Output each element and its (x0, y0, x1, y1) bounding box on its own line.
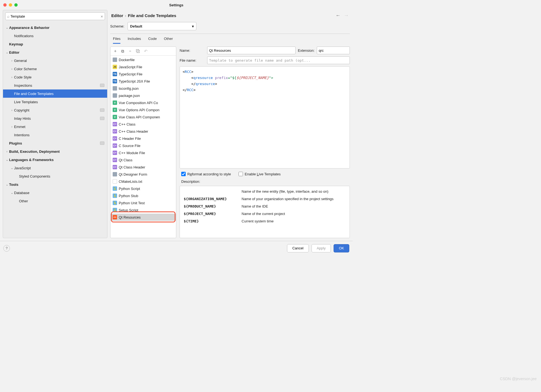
file-icon (113, 93, 117, 98)
sidebar-item[interactable]: ›Copyright (3, 106, 107, 114)
sidebar-item[interactable]: ›Code Style (3, 73, 107, 81)
template-item[interactable]: 🐍Setup Script (110, 206, 176, 214)
file-icon: C+ (113, 122, 117, 126)
template-item-label: C Header File (119, 137, 141, 141)
template-item[interactable]: VVue Class API Componen (110, 113, 176, 121)
reformat-checkbox[interactable]: Reformat according to style (181, 172, 231, 176)
template-item[interactable]: C+C++ Class (110, 121, 176, 128)
sidebar-item[interactable]: ⌄Tools (3, 180, 107, 189)
chevron-icon: ⌄ (5, 51, 9, 54)
breadcrumb: Editor›File and Code Templates (111, 13, 176, 18)
template-list-panel: ＋ ⧉ － ⿻ ↶ DockerfileJSJavaScript FileTST… (110, 47, 176, 238)
template-item-label: Dockerfile (119, 58, 135, 62)
template-item[interactable]: 🐍Python Stub (110, 192, 176, 199)
template-item[interactable]: 🐍Python Script (110, 185, 176, 192)
sidebar-item[interactable]: Live Templates (3, 98, 107, 106)
settings-tree[interactable]: ⌄Appearance & BehaviorNotificationsKeyma… (3, 22, 107, 238)
sidebar-item[interactable]: Inlay Hints (3, 114, 107, 122)
template-item[interactable]: TSTypeScript File (110, 70, 176, 78)
tree-item-label: Tools (9, 183, 104, 187)
template-item[interactable]: C+Qt Class Header (110, 164, 176, 171)
tab-code[interactable]: Code (148, 37, 157, 44)
add-template-icon[interactable]: ＋ (113, 48, 117, 54)
template-item[interactable]: 🐍Python Unit Test (110, 199, 176, 206)
template-item[interactable]: Qt Designer Form (110, 171, 176, 178)
sidebar-item[interactable]: ›Emmet (3, 122, 107, 131)
minimize-icon[interactable] (9, 3, 12, 7)
description-panel[interactable]: Name of the new entity (file, type, inte… (180, 186, 350, 238)
description-row: ${TIME}Current system time (183, 217, 347, 225)
template-item-label: Python Stub (119, 194, 138, 198)
template-item[interactable]: ▲CMakeLists.txt (110, 178, 176, 185)
template-item[interactable]: C+C++ Module File (110, 149, 176, 156)
sidebar-item[interactable]: ⌄Database (3, 189, 107, 197)
template-item-label: Qt Designer Form (119, 172, 147, 176)
template-code-editor[interactable]: <RCC> <qresource prefix="${${PROJECT_NAM… (180, 66, 350, 168)
clear-search-icon[interactable]: × (101, 14, 103, 19)
template-extension-input[interactable] (317, 47, 350, 54)
sidebar-item[interactable]: ⌄Appearance & Behavior (3, 23, 107, 32)
close-icon[interactable] (3, 3, 7, 7)
ok-button[interactable]: OK (334, 244, 349, 252)
template-item[interactable]: VVue Options API Compon (110, 106, 176, 113)
live-templates-checkbox[interactable]: Enable Live Templates (239, 172, 281, 176)
template-item[interactable]: VVue Composition API Co (110, 99, 176, 106)
sidebar-item[interactable]: Other (3, 197, 107, 205)
chevron-icon: › (10, 59, 14, 62)
sidebar-item[interactable]: ›Build, Execution, Deployment (3, 147, 107, 156)
copy-template-icon[interactable]: ⿻ (136, 49, 140, 53)
sidebar-item[interactable]: File and Code Templates (3, 89, 107, 98)
template-item[interactable]: JSJavaScript File (110, 63, 176, 70)
tab-other[interactable]: Other (164, 37, 173, 44)
sidebar-item[interactable]: Styled Components (3, 172, 107, 180)
file-icon: C+ (113, 151, 117, 155)
undo-icon[interactable]: ↶ (144, 49, 148, 54)
file-icon: TS (113, 72, 117, 76)
window-title: Settings (169, 3, 183, 7)
tree-item-label: Intentions (14, 133, 104, 137)
description-label: Description: (180, 179, 350, 184)
template-item[interactable]: tsconfig.json (110, 85, 176, 92)
sidebar-item[interactable]: ›Color Scheme (3, 65, 107, 73)
template-filename-input[interactable] (207, 56, 350, 64)
template-item[interactable]: package.json (110, 92, 176, 99)
template-tabs: FilesIncludesCodeOther (110, 34, 350, 44)
help-icon[interactable]: ? (3, 245, 10, 252)
template-item[interactable]: C+C++ Class Header (110, 128, 176, 135)
sidebar-item[interactable]: ⌄JavaScript (3, 164, 107, 172)
template-item[interactable]: C+C Source File (110, 142, 176, 149)
template-item-label: Qt Resources (119, 215, 140, 219)
search-input[interactable]: ⌕ × (5, 12, 105, 20)
remove-template-icon[interactable]: － (128, 48, 132, 54)
sidebar-item[interactable]: ⌄Languages & Frameworks (3, 156, 107, 164)
template-item[interactable]: C+Qt Class (110, 156, 176, 164)
tab-files[interactable]: Files (113, 37, 120, 44)
template-item[interactable]: C+C Header File (110, 135, 176, 142)
nav-forward-icon[interactable]: → (344, 13, 349, 18)
scope-badge-icon (100, 108, 104, 112)
maximize-icon[interactable] (14, 3, 18, 7)
template-item-label: JavaScript File (119, 65, 142, 69)
sidebar-item[interactable]: Keymap (3, 40, 107, 48)
template-item[interactable]: <>Qt Resources (110, 214, 176, 221)
nav-back-icon[interactable]: ← (336, 13, 340, 18)
apply-button[interactable]: Apply (312, 244, 331, 252)
template-item[interactable]: Dockerfile (110, 56, 176, 63)
template-item-label: Qt Class (119, 158, 132, 162)
sidebar-item[interactable]: ›General (3, 56, 107, 65)
sidebar-item[interactable]: Plugins (3, 139, 107, 147)
sidebar-item[interactable]: Intentions (3, 131, 107, 139)
scheme-select[interactable]: Default▾ (128, 22, 196, 30)
sidebar-item[interactable]: Notifications (3, 32, 107, 40)
tab-includes[interactable]: Includes (128, 37, 141, 44)
cancel-button[interactable]: Cancel (287, 244, 309, 252)
chevron-icon: › (10, 125, 14, 128)
template-list[interactable]: DockerfileJSJavaScript FileTSTypeScript … (110, 56, 176, 238)
add-child-icon[interactable]: ⧉ (121, 49, 124, 54)
chevron-icon: › (10, 75, 14, 79)
sidebar-item[interactable]: Inspections (3, 81, 107, 89)
template-item[interactable]: TSTypeScript JSX File (110, 78, 176, 85)
template-name-input[interactable] (207, 47, 296, 54)
template-item-label: Vue Options API Compon (119, 108, 159, 112)
sidebar-item[interactable]: ⌄Editor (3, 48, 107, 56)
